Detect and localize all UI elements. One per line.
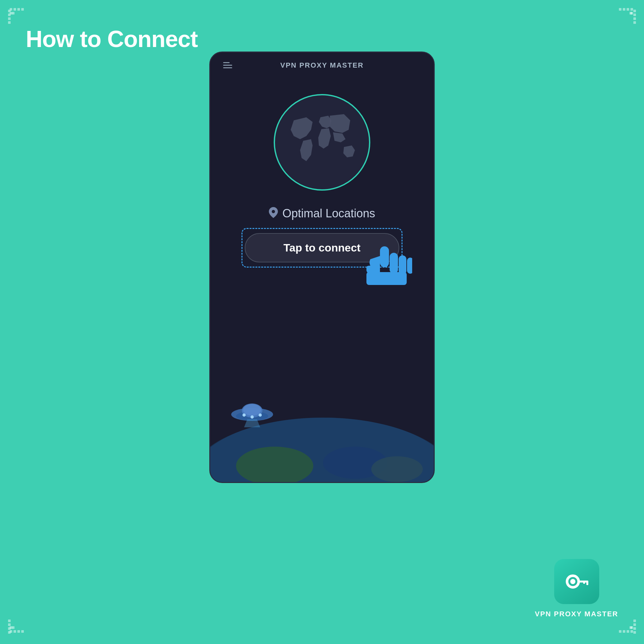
svg-rect-27 — [8, 627, 11, 630]
svg-rect-44 — [399, 255, 406, 275]
svg-rect-3 — [21, 8, 24, 11]
svg-rect-5 — [8, 10, 11, 12]
brand-name-label: VPN PROXY MASTER — [535, 610, 618, 618]
svg-rect-25 — [8, 620, 11, 622]
page-title: How to Connect — [26, 26, 198, 52]
location-label: Optimal Locations — [282, 207, 375, 220]
brand-logo-container: VPN PROXY MASTER — [535, 559, 618, 618]
svg-rect-10 — [619, 8, 621, 11]
svg-rect-47 — [366, 272, 407, 285]
svg-rect-43 — [390, 253, 398, 274]
svg-rect-12 — [627, 8, 629, 11]
svg-rect-65 — [586, 581, 588, 585]
globe-wrapper — [274, 94, 370, 191]
svg-point-59 — [251, 415, 254, 419]
svg-rect-63 — [577, 581, 588, 582]
svg-point-56 — [243, 404, 261, 416]
svg-rect-21 — [14, 630, 16, 633]
svg-point-60 — [259, 413, 262, 417]
svg-rect-42 — [380, 246, 389, 267]
svg-rect-28 — [8, 631, 11, 634]
corner-decoration-bottom-left — [6, 609, 35, 638]
svg-rect-2 — [17, 8, 20, 11]
svg-rect-13 — [630, 8, 633, 11]
svg-rect-9 — [12, 12, 14, 14]
svg-rect-11 — [623, 8, 625, 11]
svg-rect-38 — [633, 631, 636, 634]
hand-cursor-icon — [361, 243, 412, 295]
brand-icon — [554, 559, 599, 604]
svg-rect-30 — [619, 630, 621, 633]
svg-rect-8 — [8, 21, 11, 24]
svg-rect-32 — [627, 630, 629, 633]
svg-rect-7 — [8, 17, 11, 20]
svg-rect-35 — [633, 620, 636, 622]
svg-rect-29 — [12, 626, 14, 629]
svg-rect-16 — [633, 14, 636, 16]
svg-rect-22 — [17, 630, 20, 633]
menu-icon[interactable] — [223, 62, 232, 68]
corner-decoration-top-right — [609, 6, 638, 35]
svg-point-58 — [242, 413, 246, 417]
svg-rect-23 — [21, 630, 24, 633]
svg-rect-26 — [8, 623, 11, 626]
svg-rect-17 — [633, 17, 636, 20]
svg-rect-18 — [633, 21, 636, 24]
globe-circle — [274, 94, 370, 191]
svg-rect-33 — [630, 630, 633, 633]
phone-mockup: VPN PROXY MASTER — [209, 52, 435, 483]
svg-rect-1 — [14, 8, 16, 11]
svg-rect-45 — [407, 258, 412, 274]
location-pin-icon — [269, 207, 278, 220]
svg-rect-15 — [633, 10, 636, 12]
bottom-illustration — [210, 379, 434, 482]
svg-rect-39 — [630, 626, 632, 629]
app-name-label: VPN PROXY MASTER — [280, 61, 364, 70]
svg-rect-6 — [8, 14, 11, 16]
phone-frame: VPN PROXY MASTER — [209, 52, 435, 483]
phone-notch — [309, 52, 335, 58]
svg-rect-19 — [630, 12, 632, 14]
svg-rect-36 — [633, 623, 636, 626]
globe-container — [210, 94, 434, 191]
svg-point-52 — [371, 456, 423, 482]
svg-rect-64 — [583, 581, 585, 584]
connect-button-wrapper: Tap to connect — [245, 233, 399, 262]
svg-rect-37 — [633, 627, 636, 630]
location-row[interactable]: Optimal Locations — [210, 207, 434, 220]
svg-rect-31 — [623, 630, 625, 633]
ufo-icon — [230, 398, 275, 427]
connect-button-container: Tap to connect — [210, 233, 434, 262]
svg-point-62 — [570, 579, 575, 584]
